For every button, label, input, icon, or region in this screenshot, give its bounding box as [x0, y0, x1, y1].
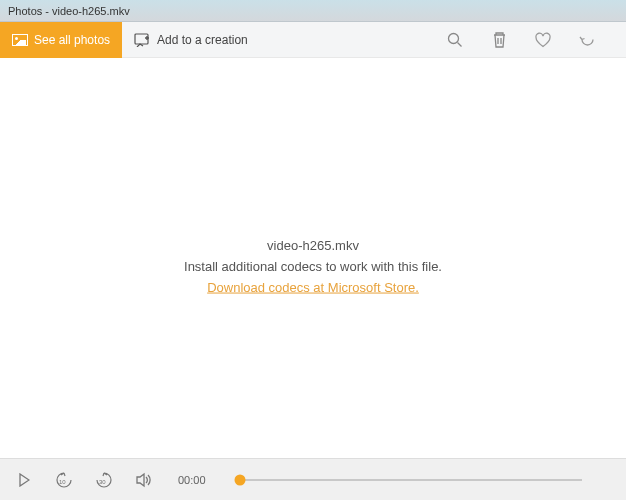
message-filename: video-h265.mkv [184, 236, 442, 257]
play-icon [18, 473, 30, 487]
toolbar-right [446, 31, 626, 49]
favorite-icon [534, 32, 552, 48]
svg-text:10: 10 [59, 479, 66, 485]
main-viewport: video-h265.mkv Install additional codecs… [0, 58, 626, 458]
playback-time: 00:00 [178, 474, 206, 486]
progress-track[interactable] [240, 479, 582, 481]
message-instruction: Install additional codecs to work with t… [184, 256, 442, 277]
progress-thumb[interactable] [234, 474, 245, 485]
volume-button[interactable] [134, 470, 154, 490]
delete-icon [492, 31, 507, 48]
zoom-icon [447, 32, 463, 48]
skip-forward-30-button[interactable]: 30 [94, 470, 114, 490]
delete-button[interactable] [490, 31, 508, 49]
add-to-creation-button[interactable]: Add to a creation [122, 22, 260, 58]
rotate-button[interactable] [578, 31, 596, 49]
svg-point-1 [449, 33, 459, 43]
playback-controls: 10 30 00:00 [0, 458, 626, 500]
svg-rect-0 [135, 34, 148, 44]
favorite-button[interactable] [534, 31, 552, 49]
zoom-button[interactable] [446, 31, 464, 49]
skip-back-10-button[interactable]: 10 [54, 470, 74, 490]
skip-back-10-icon: 10 [54, 471, 74, 489]
download-codecs-link[interactable]: Download codecs at Microsoft Store. [207, 279, 419, 294]
codec-message: video-h265.mkv Install additional codecs… [184, 236, 442, 298]
photos-icon [12, 34, 28, 46]
title-bar: Photos - video-h265.mkv [0, 0, 626, 22]
see-all-photos-button[interactable]: See all photos [0, 22, 122, 58]
play-button[interactable] [14, 470, 34, 490]
top-toolbar: See all photos Add to a creation [0, 22, 626, 58]
see-all-label: See all photos [34, 33, 110, 47]
add-creation-icon [134, 33, 150, 47]
window-title: Photos - video-h265.mkv [8, 5, 130, 17]
volume-icon [135, 472, 153, 488]
svg-text:30: 30 [99, 479, 106, 485]
add-label: Add to a creation [157, 33, 248, 47]
skip-forward-30-icon: 30 [94, 471, 114, 489]
rotate-icon [579, 31, 596, 48]
